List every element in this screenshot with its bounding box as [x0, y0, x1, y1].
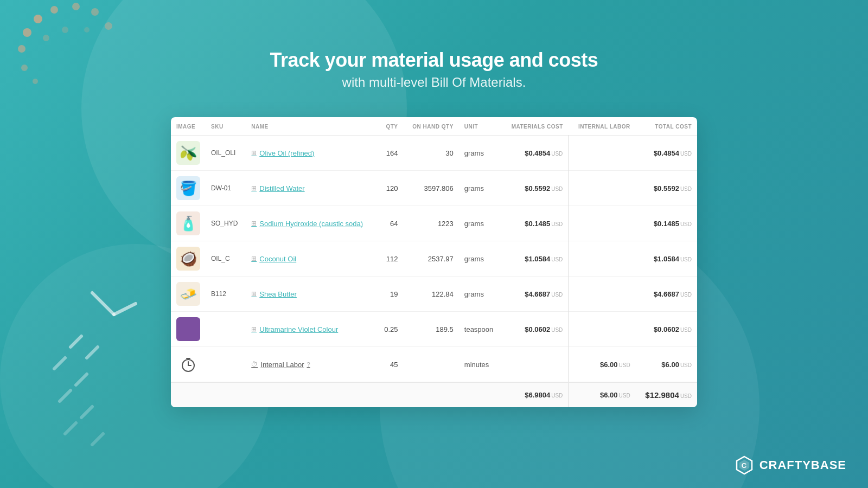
- product-total-cost: $1.0584USD: [636, 241, 697, 277]
- grand-total-currency: USD: [680, 393, 692, 399]
- total-value: $0.5592: [654, 184, 679, 192]
- product-unit: grams: [459, 136, 502, 171]
- product-total-cost: $6.00USD: [636, 347, 697, 383]
- product-internal-labor: $6.00USD: [569, 347, 636, 383]
- product-unit: grams: [459, 277, 502, 312]
- svg-line-19: [81, 407, 92, 418]
- total-value: $6.00: [661, 361, 679, 369]
- product-unit: grams: [459, 206, 502, 241]
- product-on-hand-qty: 2537.97: [404, 241, 459, 277]
- product-unit: grams: [459, 241, 502, 277]
- material-type-icon: ⏱: [251, 361, 258, 368]
- col-unit: UNIT: [459, 117, 502, 136]
- product-image-cell: 🪣: [171, 171, 206, 206]
- craftybase-logo-icon: C: [735, 455, 754, 475]
- help-icon: ?: [307, 361, 310, 368]
- col-image: IMAGE: [171, 117, 206, 136]
- product-internal-labor: [569, 206, 636, 241]
- product-internal-labor: [569, 171, 636, 206]
- product-name-cell[interactable]: ⊞ Ultramarine Violet Colour: [246, 312, 377, 347]
- table-header-row: IMAGE SKU NAME QTY ON HAND QTY UNIT MATE…: [171, 117, 697, 136]
- product-thumbnail: 🧈: [176, 282, 200, 306]
- labor-value: $6.00: [600, 361, 618, 369]
- product-total-cost: $4.6687USD: [636, 277, 697, 312]
- product-materials-cost: $0.5592USD: [502, 171, 569, 206]
- product-qty: 164: [377, 136, 404, 171]
- product-name-link[interactable]: ⏱ Internal Labor ?: [251, 361, 372, 369]
- total-labor-currency: USD: [619, 393, 630, 399]
- cost-currency: USD: [551, 292, 563, 298]
- brand-name: CRAFTYBASE: [760, 458, 846, 472]
- col-qty: QTY: [377, 117, 404, 136]
- col-sku: SKU: [206, 117, 246, 136]
- material-type-icon: ⊞: [251, 325, 257, 333]
- product-on-hand-qty: 189.5: [404, 312, 459, 347]
- col-internal-labor: INTERNAL LABOR: [569, 117, 636, 136]
- product-name-cell[interactable]: ⏱ Internal Labor ?: [246, 347, 377, 383]
- product-name-link[interactable]: ⊞ Distilled Water: [251, 184, 372, 192]
- product-sku: [206, 312, 246, 347]
- totals-materials-cost: $6.9804USD: [502, 382, 569, 407]
- table-row: 🫒OIL_OLI⊞ Olive Oil (refined)16430grams$…: [171, 136, 697, 171]
- product-materials-cost: $0.4854USD: [502, 136, 569, 171]
- product-qty: 64: [377, 206, 404, 241]
- total-materials-currency: USD: [551, 393, 563, 399]
- svg-text:C: C: [741, 461, 746, 470]
- total-currency: USD: [680, 327, 692, 333]
- cost-value: $0.1485: [525, 220, 550, 228]
- product-qty: 0.25: [377, 312, 404, 347]
- cost-currency: USD: [551, 221, 563, 227]
- product-unit: minutes: [459, 347, 502, 383]
- product-name-cell[interactable]: ⊞ Coconut Oil: [246, 241, 377, 277]
- bom-table: IMAGE SKU NAME QTY ON HAND QTY UNIT MATE…: [171, 117, 697, 407]
- cost-currency: USD: [551, 186, 563, 192]
- product-materials-cost: $1.0584USD: [502, 241, 569, 277]
- totals-empty-cell: [246, 382, 377, 407]
- total-value: $0.4854: [654, 149, 679, 157]
- product-internal-labor: [569, 312, 636, 347]
- product-on-hand-qty: [404, 347, 459, 383]
- product-total-cost: $0.4854USD: [636, 136, 697, 171]
- craftybase-logo: C CRAFTYBASE: [735, 455, 846, 475]
- totals-empty-cell: [459, 382, 502, 407]
- material-type-icon: ⊞: [251, 255, 257, 262]
- svg-line-20: [65, 423, 76, 434]
- product-on-hand-qty: 3597.806: [404, 171, 459, 206]
- product-name-cell[interactable]: ⊞ Distilled Water: [246, 171, 377, 206]
- product-name-cell[interactable]: ⊞ Olive Oil (refined): [246, 136, 377, 171]
- cost-currency: USD: [551, 256, 563, 262]
- product-sku: OIL_C: [206, 241, 246, 277]
- product-qty: 112: [377, 241, 404, 277]
- material-type-icon: ⊞: [251, 220, 257, 227]
- product-total-cost: $0.0602USD: [636, 312, 697, 347]
- product-internal-labor: [569, 277, 636, 312]
- col-materials-cost: MATERIALS COST: [502, 117, 569, 136]
- product-name-link[interactable]: ⊞ Coconut Oil: [251, 255, 372, 263]
- table-row: ⏱ Internal Labor ?45minutes$6.00USD$6.00…: [171, 347, 697, 383]
- headline-section: Track your material usage and costs with…: [270, 49, 598, 90]
- total-currency: USD: [680, 221, 692, 227]
- product-image-cell: 🥥: [171, 241, 206, 277]
- total-value: $4.6687: [654, 290, 679, 298]
- total-currency: USD: [680, 292, 692, 298]
- product-name-link[interactable]: ⊞ Shea Butter: [251, 290, 372, 298]
- product-name-link[interactable]: ⊞ Sodium Hydroxide (caustic soda): [251, 220, 372, 228]
- total-value: $0.1485: [654, 220, 679, 228]
- product-total-cost: $0.1485USD: [636, 206, 697, 241]
- product-sku: SO_HYD: [206, 206, 246, 241]
- product-name-cell[interactable]: ⊞ Sodium Hydroxide (caustic soda): [246, 206, 377, 241]
- product-image-cell: 🧈: [171, 277, 206, 312]
- product-qty: 120: [377, 171, 404, 206]
- product-name-link[interactable]: ⊞ Olive Oil (refined): [251, 149, 372, 157]
- product-image-cell: [171, 312, 206, 347]
- product-thumbnail: [176, 352, 200, 376]
- product-image-cell: 🧴: [171, 206, 206, 241]
- product-name-cell[interactable]: ⊞ Shea Butter: [246, 277, 377, 312]
- product-sku: DW-01: [206, 171, 246, 206]
- sub-headline: with multi-level Bill Of Materials.: [270, 75, 598, 90]
- product-image-cell: [171, 347, 206, 383]
- total-currency: USD: [680, 362, 692, 368]
- totals-empty-cell: [206, 382, 246, 407]
- totals-empty-cell: [377, 382, 404, 407]
- product-name-link[interactable]: ⊞ Ultramarine Violet Colour: [251, 325, 372, 333]
